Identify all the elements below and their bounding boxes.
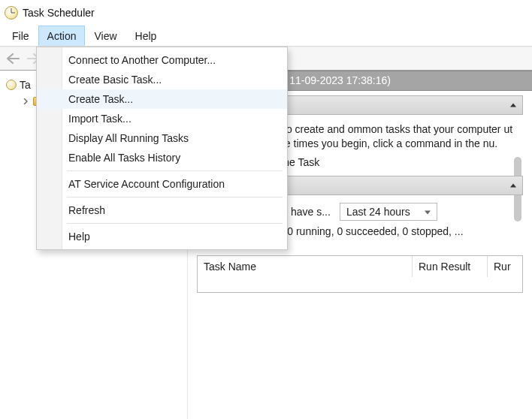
menu-refresh[interactable]: Refresh	[37, 200, 287, 220]
menu-separator	[67, 197, 283, 197]
window-title: Task Scheduler	[23, 7, 95, 19]
menu-view[interactable]: View	[85, 26, 125, 46]
status-period-dropdown[interactable]: Last 24 hours	[340, 203, 437, 221]
status-table: Task Name Run Result Rur	[197, 255, 523, 293]
menu-help[interactable]: Help	[37, 227, 287, 246]
menu-bar: File Action View Help	[0, 26, 532, 47]
menu-display-running-tasks[interactable]: Display All Running Tasks	[37, 128, 287, 148]
menu-connect-computer[interactable]: Connect to Another Computer...	[37, 50, 287, 70]
menu-help[interactable]: Help	[126, 26, 166, 46]
status-period-value: Last 24 hours	[346, 206, 410, 218]
col-run-partial[interactable]: Rur	[488, 256, 522, 277]
menu-separator	[67, 170, 283, 171]
collapse-up-icon	[510, 104, 516, 107]
collapse-up-icon	[510, 183, 516, 187]
tree-root-label: Ta	[20, 79, 31, 91]
menu-import-task[interactable]: Import Task...	[37, 109, 287, 128]
col-task-name[interactable]: Task Name	[198, 256, 413, 277]
chevron-right-icon[interactable]	[21, 97, 30, 106]
menu-action[interactable]: Action	[38, 26, 86, 46]
back-button[interactable]	[5, 50, 21, 67]
clock-icon	[5, 6, 18, 20]
action-dropdown: Connect to Another Computer... Create Ba…	[36, 47, 288, 250]
menu-separator	[67, 223, 283, 224]
col-run-result[interactable]: Run Result	[413, 256, 488, 277]
clock-icon	[6, 80, 17, 90]
menu-create-task[interactable]: Create Task...	[37, 89, 287, 109]
table-header: Task Name Run Result Rur	[198, 256, 522, 277]
arrow-left-icon	[6, 53, 20, 64]
title-bar: Task Scheduler	[0, 0, 532, 26]
menu-at-service-config[interactable]: AT Service Account Configuration	[37, 174, 287, 194]
menu-create-basic-task[interactable]: Create Basic Task...	[37, 70, 287, 89]
menu-enable-tasks-history[interactable]: Enable All Tasks History	[37, 148, 287, 167]
menu-file[interactable]: File	[3, 26, 38, 46]
